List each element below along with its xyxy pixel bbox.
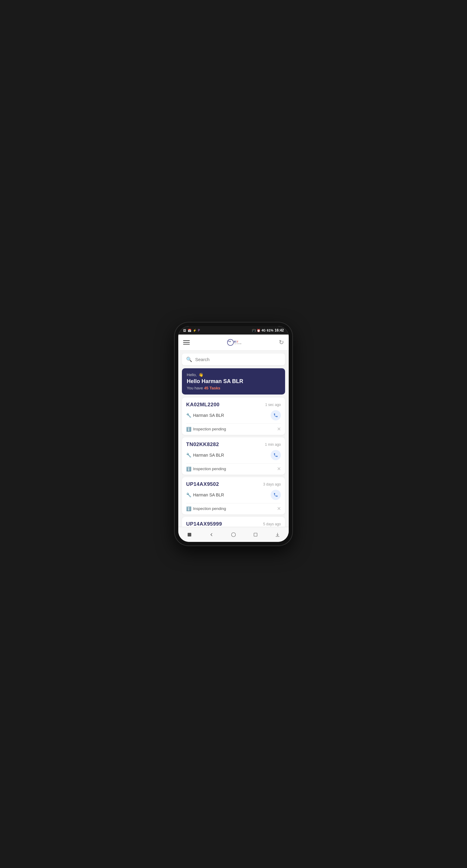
logo-container: TVS Fi T FULLY INTEGRATED xyxy=(227,338,242,347)
task-list: KA02ML2200 1 sec ago 🔧 Harman SA BLR xyxy=(178,398,289,527)
task-time-1: 1 min ago xyxy=(265,442,281,447)
status-signal: 4G xyxy=(262,329,265,332)
person-label-2: Harman SA BLR xyxy=(193,493,224,497)
task-plate-2: UP14AX9502 xyxy=(186,481,219,487)
person-label-1: Harman SA BLR xyxy=(193,453,224,458)
greeting-top: Hello, 👋 xyxy=(187,373,280,377)
status-label-0: Inspection pending xyxy=(193,427,226,431)
svg-text:TVS: TVS xyxy=(228,341,231,342)
task-plate-1: TN02KK8282 xyxy=(186,441,219,447)
task-footer-0: ℹ️ Inspection pending ✕ xyxy=(186,424,281,432)
info-icon-2: ℹ️ xyxy=(186,506,191,511)
svg-text:FULLY INTEGRATED: FULLY INTEGRATED xyxy=(234,343,241,344)
status-icon-parking: P xyxy=(198,329,200,332)
app-header: TVS Fi T FULLY INTEGRATED ↻ xyxy=(178,335,289,350)
task-time-2: 3 days ago xyxy=(263,482,281,487)
app-content: TVS Fi T FULLY INTEGRATED ↻ 🔍 Hello, xyxy=(178,335,289,527)
info-icon-0: ℹ️ xyxy=(186,427,191,432)
close-button-2[interactable]: ✕ xyxy=(277,506,281,512)
task-footer-1: ℹ️ Inspection pending ✕ xyxy=(186,463,281,472)
task-status-0: ℹ️ Inspection pending xyxy=(186,427,226,432)
status-label-2: Inspection pending xyxy=(193,506,226,511)
tvs-fit-logo: TVS Fi T FULLY INTEGRATED xyxy=(227,338,242,347)
person-name-2: 🔧 Harman SA BLR xyxy=(186,493,224,497)
task-card-2[interactable]: UP14AX9502 3 days ago 🔧 Harman SA BLR xyxy=(182,477,285,515)
svg-rect-9 xyxy=(254,533,257,536)
status-battery: 61% xyxy=(267,329,273,332)
status-label-1: Inspection pending xyxy=(193,467,226,471)
task-person-1: 🔧 Harman SA BLR xyxy=(186,450,281,460)
nav-recent-button[interactable] xyxy=(250,529,262,541)
wave-emoji: 👋 xyxy=(199,373,203,377)
nav-stop-button[interactable] xyxy=(183,529,196,541)
greeting-card: Hello, 👋 Hello Harman SA BLR You have 45… xyxy=(182,368,285,395)
svg-rect-7 xyxy=(188,533,191,536)
task-plate-0: KA02ML2200 xyxy=(186,402,220,408)
task-card-3[interactable]: UP14AX95999 5 days ago 🔧 Harman SA BLR xyxy=(182,517,285,527)
svg-point-0 xyxy=(227,339,233,345)
person-name-0: 🔧 Harman SA BLR xyxy=(186,413,224,418)
status-time: 16:42 xyxy=(274,328,284,333)
task-status-1: ℹ️ Inspection pending xyxy=(186,467,226,471)
call-button-1[interactable] xyxy=(271,450,281,460)
status-icon-image: 🖼 xyxy=(183,329,186,332)
greeting-prefix: Hello, xyxy=(187,373,197,377)
tasks-prefix: You have xyxy=(187,386,203,390)
task-person-2: 🔧 Harman SA BLR xyxy=(186,490,281,500)
info-icon-1: ℹ️ xyxy=(186,467,191,471)
task-plate-3: UP14AX95999 xyxy=(186,521,222,527)
call-button-2[interactable] xyxy=(271,490,281,500)
status-bar: 🖼 📅 ⚡ P 📳 ⏰ 4G 61% 16:42 xyxy=(178,326,289,335)
person-icon-2: 🔧 xyxy=(186,493,191,497)
task-header-3: UP14AX95999 5 days ago xyxy=(186,521,281,527)
close-button-0[interactable]: ✕ xyxy=(277,426,281,432)
svg-point-8 xyxy=(231,532,236,537)
phone-frame: 🖼 📅 ⚡ P 📳 ⏰ 4G 61% 16:42 xyxy=(175,322,292,546)
status-alarm-icon: ⏰ xyxy=(257,329,260,332)
person-label-0: Harman SA BLR xyxy=(193,413,224,418)
tasks-count-val: 45 Tasks xyxy=(204,386,220,390)
bottom-nav xyxy=(178,527,289,542)
status-icon-calendar: 📅 xyxy=(188,329,191,332)
person-icon-1: 🔧 xyxy=(186,453,191,458)
nav-download-button[interactable] xyxy=(271,529,284,541)
task-time-0: 1 sec ago xyxy=(265,403,281,407)
task-header-2: UP14AX9502 3 days ago xyxy=(186,481,281,487)
task-header-0: KA02ML2200 1 sec ago xyxy=(186,402,281,408)
nav-back-button[interactable] xyxy=(205,529,217,541)
refresh-button[interactable]: ↻ xyxy=(279,339,284,346)
search-bar: 🔍 xyxy=(182,353,285,365)
menu-button[interactable] xyxy=(183,340,190,344)
task-header-1: TN02KK8282 1 min ago xyxy=(186,441,281,447)
close-button-1[interactable]: ✕ xyxy=(277,466,281,472)
person-icon-0: 🔧 xyxy=(186,413,191,418)
search-icon: 🔍 xyxy=(186,356,192,362)
svg-text:T: T xyxy=(236,340,238,343)
svg-text:Fi: Fi xyxy=(234,340,236,343)
task-footer-2: ℹ️ Inspection pending ✕ xyxy=(186,503,281,512)
call-button-0[interactable] xyxy=(271,410,281,421)
nav-home-button[interactable] xyxy=(228,529,239,541)
greeting-tasks: You have 45 Tasks xyxy=(187,386,280,390)
task-person-0: 🔧 Harman SA BLR xyxy=(186,410,281,421)
person-name-1: 🔧 Harman SA BLR xyxy=(186,453,224,458)
status-vibrate-icon: 📳 xyxy=(252,329,256,332)
task-card-0[interactable]: KA02ML2200 1 sec ago 🔧 Harman SA BLR xyxy=(182,398,285,435)
search-input[interactable] xyxy=(195,357,281,362)
phone-screen: 🖼 📅 ⚡ P 📳 ⏰ 4G 61% 16:42 xyxy=(178,326,289,542)
task-time-3: 5 days ago xyxy=(263,522,281,526)
greeting-name: Hello Harman SA BLR xyxy=(187,378,280,384)
task-status-2: ℹ️ Inspection pending xyxy=(186,506,226,511)
task-card-1[interactable]: TN02KK8282 1 min ago 🔧 Harman SA BLR xyxy=(182,437,285,475)
status-icon-usb: ⚡ xyxy=(193,329,196,332)
